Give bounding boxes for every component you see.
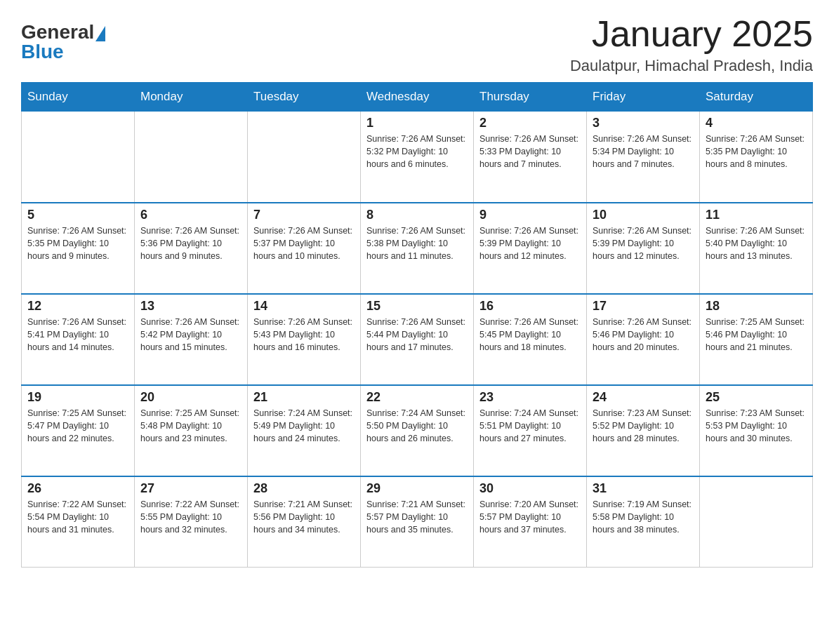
table-row: 28Sunrise: 7:21 AM Sunset: 5:56 PM Dayli… <box>248 476 361 568</box>
table-row <box>248 112 361 203</box>
calendar-week-row: 19Sunrise: 7:25 AM Sunset: 5:47 PM Dayli… <box>22 385 813 476</box>
table-row: 27Sunrise: 7:22 AM Sunset: 5:55 PM Dayli… <box>135 476 248 568</box>
table-row: 6Sunrise: 7:26 AM Sunset: 5:36 PM Daylig… <box>135 203 248 294</box>
day-number: 14 <box>253 299 355 314</box>
day-info: Sunrise: 7:22 AM Sunset: 5:55 PM Dayligh… <box>140 498 241 536</box>
title-area: January 2025 Daulatpur, Himachal Pradesh… <box>570 14 813 75</box>
location-subtitle: Daulatpur, Himachal Pradesh, India <box>570 57 813 75</box>
day-number: 18 <box>706 299 807 314</box>
table-row: 9Sunrise: 7:26 AM Sunset: 5:39 PM Daylig… <box>474 203 587 294</box>
table-row: 12Sunrise: 7:26 AM Sunset: 5:41 PM Dayli… <box>22 294 135 385</box>
col-tuesday: Tuesday <box>248 83 361 112</box>
day-info: Sunrise: 7:26 AM Sunset: 5:42 PM Dayligh… <box>140 316 241 354</box>
day-number: 26 <box>27 481 128 496</box>
day-number: 25 <box>706 390 807 405</box>
day-info: Sunrise: 7:26 AM Sunset: 5:35 PM Dayligh… <box>27 224 128 262</box>
calendar-week-row: 26Sunrise: 7:22 AM Sunset: 5:54 PM Dayli… <box>22 476 813 568</box>
day-number: 22 <box>366 390 468 405</box>
day-number: 27 <box>140 481 241 496</box>
day-info: Sunrise: 7:26 AM Sunset: 5:34 PM Dayligh… <box>593 133 694 170</box>
table-row: 18Sunrise: 7:25 AM Sunset: 5:46 PM Dayli… <box>700 294 813 385</box>
table-row: 3Sunrise: 7:26 AM Sunset: 5:34 PM Daylig… <box>587 112 700 203</box>
table-row: 7Sunrise: 7:26 AM Sunset: 5:37 PM Daylig… <box>248 203 361 294</box>
table-row: 24Sunrise: 7:23 AM Sunset: 5:52 PM Dayli… <box>587 385 700 476</box>
table-row: 26Sunrise: 7:22 AM Sunset: 5:54 PM Dayli… <box>22 476 135 568</box>
day-number: 24 <box>593 390 694 405</box>
day-info: Sunrise: 7:26 AM Sunset: 5:38 PM Dayligh… <box>366 224 468 262</box>
table-row: 20Sunrise: 7:25 AM Sunset: 5:48 PM Dayli… <box>135 385 248 476</box>
col-wednesday: Wednesday <box>361 83 474 112</box>
calendar-header-row: Sunday Monday Tuesday Wednesday Thursday… <box>22 83 813 112</box>
calendar-week-row: 5Sunrise: 7:26 AM Sunset: 5:35 PM Daylig… <box>22 203 813 294</box>
logo: General Blue <box>21 21 105 63</box>
day-info: Sunrise: 7:26 AM Sunset: 5:40 PM Dayligh… <box>706 224 807 262</box>
day-info: Sunrise: 7:26 AM Sunset: 5:44 PM Dayligh… <box>366 316 468 354</box>
table-row: 21Sunrise: 7:24 AM Sunset: 5:49 PM Dayli… <box>248 385 361 476</box>
day-info: Sunrise: 7:23 AM Sunset: 5:52 PM Dayligh… <box>593 407 694 445</box>
day-number: 28 <box>253 481 355 496</box>
table-row: 10Sunrise: 7:26 AM Sunset: 5:39 PM Dayli… <box>587 203 700 294</box>
day-info: Sunrise: 7:25 AM Sunset: 5:48 PM Dayligh… <box>140 407 241 445</box>
table-row: 15Sunrise: 7:26 AM Sunset: 5:44 PM Dayli… <box>361 294 474 385</box>
day-info: Sunrise: 7:24 AM Sunset: 5:49 PM Dayligh… <box>253 407 355 445</box>
day-number: 7 <box>253 208 355 222</box>
day-number: 31 <box>593 481 694 496</box>
day-number: 11 <box>706 208 807 222</box>
table-row: 23Sunrise: 7:24 AM Sunset: 5:51 PM Dayli… <box>474 385 587 476</box>
day-info: Sunrise: 7:26 AM Sunset: 5:39 PM Dayligh… <box>479 224 581 262</box>
day-info: Sunrise: 7:21 AM Sunset: 5:56 PM Dayligh… <box>253 498 355 536</box>
day-info: Sunrise: 7:26 AM Sunset: 5:35 PM Dayligh… <box>706 133 807 170</box>
day-info: Sunrise: 7:24 AM Sunset: 5:51 PM Dayligh… <box>479 407 581 445</box>
table-row: 13Sunrise: 7:26 AM Sunset: 5:42 PM Dayli… <box>135 294 248 385</box>
table-row: 14Sunrise: 7:26 AM Sunset: 5:43 PM Dayli… <box>248 294 361 385</box>
day-number: 16 <box>479 299 581 314</box>
calendar-table: Sunday Monday Tuesday Wednesday Thursday… <box>21 82 813 568</box>
day-info: Sunrise: 7:20 AM Sunset: 5:57 PM Dayligh… <box>479 498 581 536</box>
day-info: Sunrise: 7:26 AM Sunset: 5:43 PM Dayligh… <box>253 316 355 354</box>
day-info: Sunrise: 7:25 AM Sunset: 5:46 PM Dayligh… <box>706 316 807 354</box>
calendar-week-row: 12Sunrise: 7:26 AM Sunset: 5:41 PM Dayli… <box>22 294 813 385</box>
day-number: 23 <box>479 390 581 405</box>
table-row: 16Sunrise: 7:26 AM Sunset: 5:45 PM Dayli… <box>474 294 587 385</box>
day-number: 19 <box>27 390 128 405</box>
table-row: 11Sunrise: 7:26 AM Sunset: 5:40 PM Dayli… <box>700 203 813 294</box>
table-row: 30Sunrise: 7:20 AM Sunset: 5:57 PM Dayli… <box>474 476 587 568</box>
day-info: Sunrise: 7:26 AM Sunset: 5:37 PM Dayligh… <box>253 224 355 262</box>
col-monday: Monday <box>135 83 248 112</box>
day-info: Sunrise: 7:26 AM Sunset: 5:33 PM Dayligh… <box>479 133 581 170</box>
day-number: 12 <box>27 299 128 314</box>
day-number: 20 <box>140 390 241 405</box>
table-row <box>700 476 813 568</box>
day-number: 10 <box>593 208 694 222</box>
col-friday: Friday <box>587 83 700 112</box>
table-row: 19Sunrise: 7:25 AM Sunset: 5:47 PM Dayli… <box>22 385 135 476</box>
table-row: 22Sunrise: 7:24 AM Sunset: 5:50 PM Dayli… <box>361 385 474 476</box>
day-number: 17 <box>593 299 694 314</box>
table-row: 29Sunrise: 7:21 AM Sunset: 5:57 PM Dayli… <box>361 476 474 568</box>
col-sunday: Sunday <box>22 83 135 112</box>
day-number: 9 <box>479 208 581 222</box>
table-row: 4Sunrise: 7:26 AM Sunset: 5:35 PM Daylig… <box>700 112 813 203</box>
col-saturday: Saturday <box>700 83 813 112</box>
day-number: 6 <box>140 208 241 222</box>
logo-blue-text: Blue <box>21 41 64 63</box>
table-row <box>135 112 248 203</box>
day-number: 4 <box>706 116 807 130</box>
day-number: 21 <box>253 390 355 405</box>
day-number: 30 <box>479 481 581 496</box>
calendar-week-row: 1Sunrise: 7:26 AM Sunset: 5:32 PM Daylig… <box>22 112 813 203</box>
header: General Blue January 2025 Daulatpur, Him… <box>21 14 813 75</box>
day-number: 8 <box>366 208 468 222</box>
day-number: 15 <box>366 299 468 314</box>
table-row: 17Sunrise: 7:26 AM Sunset: 5:46 PM Dayli… <box>587 294 700 385</box>
table-row: 2Sunrise: 7:26 AM Sunset: 5:33 PM Daylig… <box>474 112 587 203</box>
day-info: Sunrise: 7:23 AM Sunset: 5:53 PM Dayligh… <box>706 407 807 445</box>
day-info: Sunrise: 7:24 AM Sunset: 5:50 PM Dayligh… <box>366 407 468 445</box>
col-thursday: Thursday <box>474 83 587 112</box>
day-info: Sunrise: 7:22 AM Sunset: 5:54 PM Dayligh… <box>27 498 128 536</box>
table-row: 5Sunrise: 7:26 AM Sunset: 5:35 PM Daylig… <box>22 203 135 294</box>
table-row <box>22 112 135 203</box>
day-info: Sunrise: 7:25 AM Sunset: 5:47 PM Dayligh… <box>27 407 128 445</box>
day-info: Sunrise: 7:21 AM Sunset: 5:57 PM Dayligh… <box>366 498 468 536</box>
day-info: Sunrise: 7:26 AM Sunset: 5:36 PM Dayligh… <box>140 224 241 262</box>
